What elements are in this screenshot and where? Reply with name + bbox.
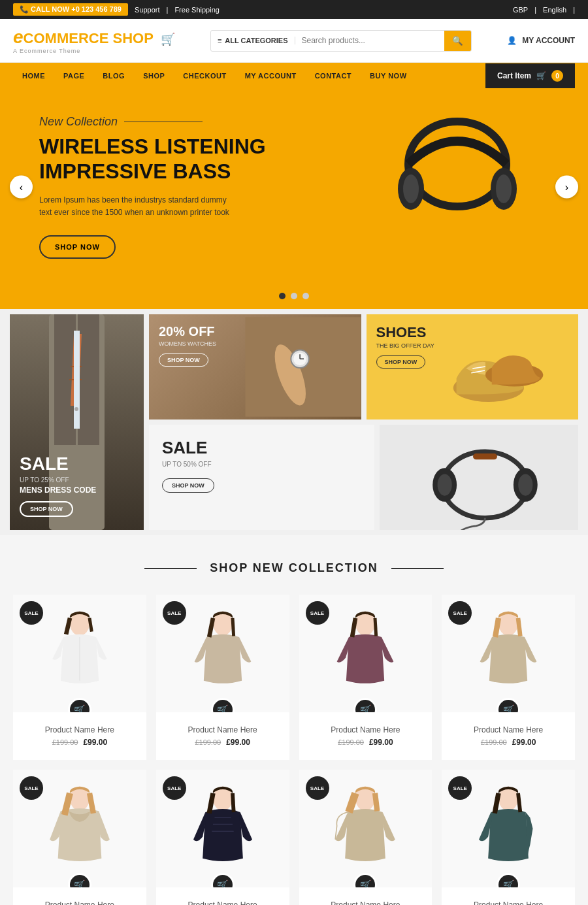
hero-prev-button[interactable]: ‹: [10, 176, 33, 199]
hero-dot-3[interactable]: [302, 293, 309, 299]
search-button[interactable]: 🔍: [444, 31, 471, 51]
product-image-8: Sale 🛒: [442, 770, 575, 887]
svg-point-29: [518, 474, 532, 496]
product-name-8: Product Name Here: [448, 900, 568, 905]
product-image-1: Sale 🛒: [13, 595, 146, 712]
top-bar-left: 📞 CALL NOW +0 123 456 789 Support | Free…: [13, 3, 220, 16]
collection-section: SHOP NEW COLLECTION Sale 🛒: [0, 535, 588, 905]
product-image-3: Sale 🛒: [299, 595, 433, 712]
navigation: HOME PAGE BLOG SHOP CHECKOUT MY ACCOUNT …: [0, 63, 588, 89]
promo-sale-sub2: UP TO 50% OFF: [162, 461, 361, 468]
price-old-4: £199.00: [481, 738, 507, 746]
product-name-7: Product Name Here: [306, 900, 426, 905]
categories-dropdown[interactable]: ≡ ALL CATEGORIES: [211, 37, 295, 44]
product-figure-1: [47, 608, 112, 699]
product-prices-2: £199.00 £99.00: [163, 738, 283, 747]
svg-rect-13: [74, 331, 80, 429]
add-to-cart-6[interactable]: 🛒: [211, 873, 235, 887]
hero-collection-label: New Collection: [39, 115, 549, 129]
support-link[interactable]: Support: [135, 6, 160, 14]
add-to-cart-4[interactable]: 🛒: [497, 698, 520, 712]
separator3: |: [573, 6, 575, 14]
add-to-cart-7[interactable]: 🛒: [353, 873, 377, 887]
promo-sale-banner[interactable]: SALE UP TO 50% OFF SHOP NOW: [149, 425, 374, 530]
nav-buynow[interactable]: BUY NOW: [361, 63, 416, 89]
nav-page[interactable]: PAGE: [54, 63, 93, 89]
nav-checkout[interactable]: CHECKOUT: [174, 63, 235, 89]
product-info-6: Product Name Here £199.00 £99.00: [156, 887, 289, 905]
nav-shop[interactable]: SHOP: [134, 63, 174, 89]
section-title: SHOP NEW COLLECTION: [13, 561, 575, 575]
product-figure-3: [333, 608, 398, 699]
sale-badge-2: Sale: [163, 601, 186, 625]
nav-blog[interactable]: BLOG: [93, 63, 134, 89]
promo-headphones-banner[interactable]: [380, 425, 579, 530]
product-card-1[interactable]: Sale 🛒 Product Name Here: [13, 595, 146, 760]
promo-suit-btn[interactable]: SHOP NOW: [20, 501, 73, 517]
promo-shoes-sub: THE BIG OFFER DAY: [376, 342, 434, 349]
promo-shoes-banner[interactable]: SHOES THE BIG OFFER DAY SHOP NOW: [367, 314, 579, 420]
hero-shop-button[interactable]: SHOP NOW: [39, 235, 116, 259]
nav-home[interactable]: HOME: [13, 63, 54, 89]
product-info-3: Product Name Here £199.00 £99.00: [299, 712, 433, 750]
promo-shoes-content: SHOES THE BIG OFFER DAY SHOP NOW: [376, 324, 434, 369]
add-to-cart-1[interactable]: 🛒: [68, 698, 91, 712]
currency-selector[interactable]: GBP: [513, 6, 528, 14]
product-card-2[interactable]: Sale 🛒 Product Name Here £199.00 £99.00: [156, 595, 289, 760]
phone-label: 📞 CALL NOW +0 123 456 789: [13, 3, 128, 16]
price-new-4: £99.00: [512, 738, 536, 747]
account-icon: 👤: [507, 36, 517, 45]
product-prices-1: £199.00 £99.00: [20, 738, 140, 747]
cart-badge: 0: [551, 70, 563, 82]
promo-bottom-row: SALE UP TO 50% OFF SHOP NOW: [149, 425, 578, 530]
hero-title: WIRELESS LISTENING IMPRESSIVE BASS: [39, 134, 549, 184]
separator2: |: [534, 6, 536, 14]
hamburger-icon: ≡: [218, 37, 221, 44]
sale-badge-5: Sale: [20, 776, 43, 800]
product-figure-2: [190, 608, 255, 699]
logo[interactable]: eCOMMERCE SHOP 🛒 A Ecommerce Theme: [13, 27, 175, 54]
logo-text: eCOMMERCE SHOP 🛒: [13, 27, 175, 48]
language-selector[interactable]: English: [543, 6, 566, 14]
product-image-5: Sale 🛒: [13, 770, 146, 887]
search-input[interactable]: [295, 31, 444, 50]
cart-item[interactable]: Cart Item 🛒 0: [485, 63, 575, 88]
add-to-cart-2[interactable]: 🛒: [211, 698, 235, 712]
product-card-4[interactable]: Sale 🛒 Product Name Here £199.00 £99.00: [442, 595, 575, 760]
add-to-cart-5[interactable]: 🛒: [68, 873, 91, 887]
promo-dress-code: MENS DRESS CODE: [20, 485, 96, 495]
price-old-1: £199.00: [52, 738, 78, 746]
promo-suit-banner[interactable]: SALE UP TO 25% OFF MENS DRESS CODE SHOP …: [10, 314, 144, 530]
product-info-8: Product Name Here £199.00 £99.00: [442, 887, 575, 905]
add-to-cart-8[interactable]: 🛒: [497, 873, 520, 887]
product-figure-8: [476, 783, 541, 874]
product-name-4: Product Name Here: [448, 725, 568, 734]
promo-watch-btn[interactable]: SHOP NOW: [159, 354, 208, 367]
product-card-6[interactable]: Sale 🛒 Product Name Here: [156, 770, 289, 905]
product-card-3[interactable]: Sale 🛒 Product Name Here £199.00 £99.00: [299, 595, 433, 760]
hero-dot-2[interactable]: [291, 293, 297, 299]
account-section[interactable]: 👤 MY ACCOUNT: [507, 36, 575, 45]
hero-next-button[interactable]: ›: [555, 176, 578, 199]
nav-account[interactable]: MY ACCOUNT: [236, 63, 306, 89]
hero-dots: [0, 285, 588, 309]
product-card-7[interactable]: Sale 🛒 Product Name Here £199.00: [299, 770, 433, 905]
product-image-4: Sale 🛒: [442, 595, 575, 712]
promo-sale-btn[interactable]: SHOP NOW: [162, 478, 214, 493]
svg-point-14: [74, 407, 78, 411]
promo-watch-banner[interactable]: 20% OFF WOMENS WATCHES SHOP NOW: [149, 314, 361, 420]
promo-sale-sub: UP TO 25% OFF: [20, 476, 96, 484]
product-card-5[interactable]: Sale 🛒 Product Name Here £199.00: [13, 770, 146, 905]
promo-shoes-btn[interactable]: SHOP NOW: [376, 355, 426, 369]
price-new-3: £99.00: [369, 738, 393, 747]
product-name-1: Product Name Here: [20, 725, 140, 734]
hero-dot-1[interactable]: [279, 293, 286, 299]
sale-badge-3: Sale: [306, 601, 329, 625]
price-new-1: £99.00: [83, 738, 107, 747]
nav-contact[interactable]: CONTACT: [306, 63, 361, 89]
product-info-2: Product Name Here £199.00 £99.00: [156, 712, 289, 750]
product-card-8[interactable]: Sale 🛒 Product Name Here £199.00 £: [442, 770, 575, 905]
add-to-cart-3[interactable]: 🛒: [353, 698, 377, 712]
product-info-7: Product Name Here £199.00 £99.00: [299, 887, 433, 905]
hero-content: New Collection WIRELESS LISTENING IMPRES…: [39, 115, 549, 259]
